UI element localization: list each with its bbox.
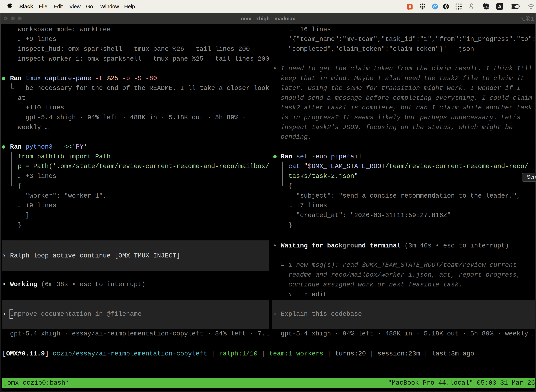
svg-text:..61: ..61 bbox=[484, 5, 489, 9]
svg-text:A: A bbox=[498, 4, 502, 9]
svg-text:1: 1 bbox=[531, 16, 534, 22]
